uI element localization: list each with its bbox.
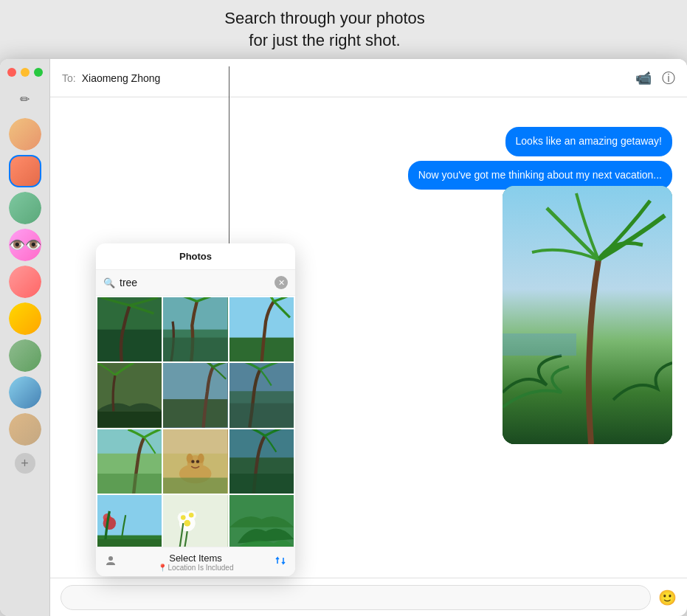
svg-point-26 [192,460,195,463]
sidebar-item-avatar-7[interactable] [9,376,41,409]
video-call-icon[interactable]: 📹 [635,70,652,86]
photos-search-bar: 🔍 ✕ [96,270,295,296]
sidebar-item-avatar-2[interactable] [9,192,41,224]
photo-thumb-3[interactable] [229,297,294,361]
svg-rect-10 [97,412,162,428]
svg-rect-37 [163,495,227,547]
photo-thumb-10[interactable] [97,495,162,547]
photo-preview-image [503,186,672,444]
sidebar-item-avatar-3[interactable]: 👁️👁️ [9,229,41,261]
message-input[interactable] [61,585,651,610]
avatar-image-selected [10,156,40,186]
avatar-image-7 [9,376,41,409]
svg-rect-13 [163,399,227,427]
sort-button[interactable] [275,555,286,570]
compose-button[interactable]: ✏ [14,89,36,109]
photo-thumb-5[interactable] [163,363,227,427]
sidebar: ✏ 👁️👁️ [0,59,50,616]
svg-rect-16 [229,404,294,428]
maximize-button[interactable] [34,68,43,77]
sidebar-item-avatar-8[interactable] [9,413,41,446]
sidebar-item-avatar-5[interactable] [9,302,41,335]
svg-rect-21 [163,429,227,454]
sidebar-item-avatar-selected[interactable] [9,155,41,187]
svg-point-42 [181,515,186,520]
svg-point-27 [196,460,199,463]
photo-thumb-12[interactable] [229,495,294,547]
svg-point-41 [184,520,191,527]
footer-center: Select Items 📍 Location Is Included [158,553,234,572]
avatar-image-3: 👁️👁️ [9,229,41,261]
title-bar-right: 📹 ⓘ [635,69,675,87]
photos-panel-header: Photos [96,243,295,270]
palm-tree-svg [503,186,672,444]
svg-point-43 [189,513,194,518]
svg-rect-12 [163,363,227,399]
photo-thumb-11[interactable] [163,495,227,547]
location-icon: 📍 [158,564,167,572]
avatar-image-8 [9,413,41,446]
info-icon[interactable]: ⓘ [662,69,675,87]
contact-name: Xiaomeng Zhong [82,72,161,84]
sidebar-item-avatar-6[interactable] [9,339,41,372]
svg-rect-1 [503,333,576,356]
select-items-label: Select Items [169,553,222,564]
photo-thumb-8[interactable] [163,429,227,494]
title-bar: To: Xiaomeng Zhong 📹 ⓘ [50,59,687,97]
add-icon: + [21,456,29,471]
input-area: 🙂 [50,578,687,616]
svg-rect-36 [97,539,162,547]
photo-thumb-4[interactable] [97,363,162,427]
svg-rect-15 [229,363,294,391]
search-icon: 🔍 [103,277,115,288]
avatar-image-4 [9,266,41,298]
minimize-button[interactable] [21,68,30,77]
photo-thumb-7[interactable] [97,429,162,494]
message-bubble-1: Looks like an amazing getaway! [505,127,672,156]
svg-point-46 [108,556,113,561]
svg-rect-19 [97,474,162,494]
photos-panel-footer: Select Items 📍 Location Is Included [96,547,295,576]
photos-panel: Photos 🔍 ✕ [96,243,295,576]
avatar-image-1 [9,118,41,150]
tooltip-line [229,66,229,258]
photo-thumb-1[interactable] [97,297,162,361]
compose-icon: ✏ [20,92,30,106]
footer-person-icon [105,555,117,569]
tooltip: Search through your photos for just the … [192,7,458,51]
svg-rect-6 [163,338,227,362]
to-label: To: [62,72,76,84]
emoji-button[interactable]: 🙂 [658,589,677,606]
search-clear-button[interactable]: ✕ [275,276,288,289]
photos-grid [96,296,295,547]
avatar-image-5 [9,302,41,335]
sidebar-item-avatar-1[interactable] [9,118,41,150]
photo-thumb-6[interactable] [229,363,294,427]
location-label: 📍 Location Is Included [158,564,234,572]
sidebar-item-avatar-4[interactable] [9,266,41,298]
add-conversation-button[interactable]: + [15,453,35,474]
title-bar-left: To: Xiaomeng Zhong [62,72,160,84]
traffic-lights [0,68,50,77]
photos-search-input[interactable] [120,277,270,288]
avatar-image-6 [9,339,41,372]
photo-thumb-9[interactable] [229,429,294,494]
avatar-image-2 [9,192,41,224]
svg-rect-31 [229,474,294,494]
photo-message-preview[interactable] [503,186,672,444]
photo-thumb-2[interactable] [163,297,227,361]
svg-rect-28 [163,477,227,494]
close-button[interactable] [7,68,16,77]
svg-rect-3 [97,330,162,362]
